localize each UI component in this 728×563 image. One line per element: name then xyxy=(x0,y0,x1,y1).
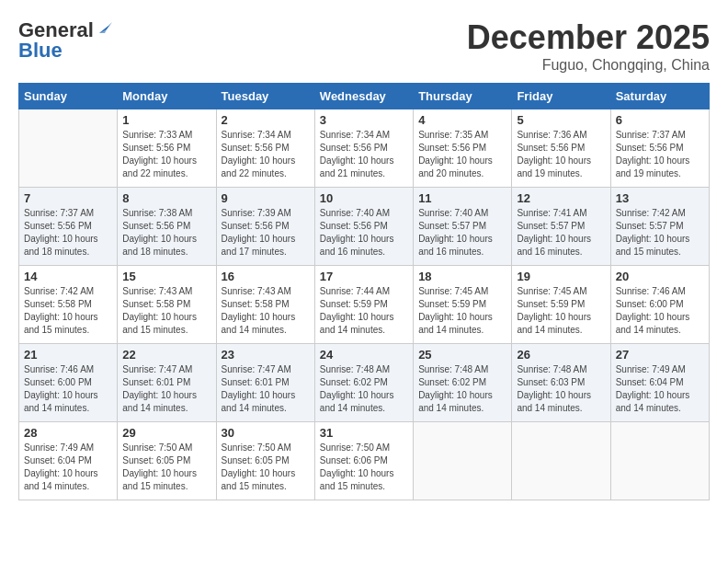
calendar-cell: 7Sunrise: 7:37 AMSunset: 5:56 PMDaylight… xyxy=(19,188,118,266)
day-number: 14 xyxy=(24,270,112,283)
calendar-cell xyxy=(19,109,118,188)
calendar-cell: 2Sunrise: 7:34 AMSunset: 5:56 PMDaylight… xyxy=(216,109,314,188)
calendar-cell: 6Sunrise: 7:37 AMSunset: 5:56 PMDaylight… xyxy=(610,109,709,188)
calendar-cell: 17Sunrise: 7:44 AMSunset: 5:59 PMDayligh… xyxy=(314,266,413,344)
day-header-tuesday: Tuesday xyxy=(216,84,314,109)
day-info: Sunrise: 7:33 AMSunset: 5:56 PMDaylight:… xyxy=(122,129,210,180)
day-info: Sunrise: 7:45 AMSunset: 5:59 PMDaylight:… xyxy=(517,285,605,337)
day-info: Sunrise: 7:34 AMSunset: 5:56 PMDaylight:… xyxy=(320,129,408,180)
calendar-cell: 12Sunrise: 7:41 AMSunset: 5:57 PMDayligh… xyxy=(512,188,610,266)
day-number: 19 xyxy=(517,270,605,283)
calendar-cell: 20Sunrise: 7:46 AMSunset: 6:00 PMDayligh… xyxy=(610,266,709,344)
calendar-cell: 28Sunrise: 7:49 AMSunset: 6:04 PMDayligh… xyxy=(19,422,118,500)
calendar-cell: 25Sunrise: 7:48 AMSunset: 6:02 PMDayligh… xyxy=(414,344,512,422)
svg-marker-0 xyxy=(99,22,112,33)
day-info: Sunrise: 7:37 AMSunset: 5:56 PMDaylight:… xyxy=(24,207,112,259)
calendar-cell xyxy=(414,422,512,500)
day-number: 8 xyxy=(122,191,210,205)
calendar-cell: 27Sunrise: 7:49 AMSunset: 6:04 PMDayligh… xyxy=(610,344,709,422)
day-info: Sunrise: 7:50 AMSunset: 6:05 PMDaylight:… xyxy=(122,442,210,493)
day-number: 1 xyxy=(122,113,210,127)
calendar-cell: 26Sunrise: 7:48 AMSunset: 6:03 PMDayligh… xyxy=(512,344,610,422)
day-number: 28 xyxy=(24,426,112,440)
day-header-friday: Friday xyxy=(512,84,610,109)
day-number: 21 xyxy=(24,348,112,362)
location-subtitle: Fuguo, Chongqing, China xyxy=(467,57,710,74)
day-number: 27 xyxy=(616,348,704,362)
day-number: 11 xyxy=(418,191,506,205)
header-row: SundayMondayTuesdayWednesdayThursdayFrid… xyxy=(19,84,710,109)
day-number: 31 xyxy=(320,426,408,440)
day-info: Sunrise: 7:43 AMSunset: 5:58 PMDaylight:… xyxy=(222,285,310,337)
day-info: Sunrise: 7:49 AMSunset: 6:04 PMDaylight:… xyxy=(24,442,112,493)
day-number: 20 xyxy=(616,270,704,283)
calendar-week-4: 21Sunrise: 7:46 AMSunset: 6:00 PMDayligh… xyxy=(19,344,710,422)
logo-blue-text: Blue xyxy=(18,39,63,63)
day-info: Sunrise: 7:37 AMSunset: 5:56 PMDaylight:… xyxy=(616,129,704,180)
calendar-cell: 18Sunrise: 7:45 AMSunset: 5:59 PMDayligh… xyxy=(414,266,512,344)
day-number: 15 xyxy=(122,270,210,283)
calendar-cell: 21Sunrise: 7:46 AMSunset: 6:00 PMDayligh… xyxy=(19,344,118,422)
day-number: 13 xyxy=(616,191,704,205)
calendar-cell: 29Sunrise: 7:50 AMSunset: 6:05 PMDayligh… xyxy=(118,422,216,500)
month-title: December 2025 xyxy=(467,18,710,57)
day-info: Sunrise: 7:50 AMSunset: 6:05 PMDaylight:… xyxy=(222,442,310,493)
day-number: 26 xyxy=(517,348,605,362)
day-info: Sunrise: 7:42 AMSunset: 5:57 PMDaylight:… xyxy=(616,207,704,259)
calendar-cell: 24Sunrise: 7:48 AMSunset: 6:02 PMDayligh… xyxy=(314,344,413,422)
day-header-monday: Monday xyxy=(118,84,216,109)
logo-bird-icon xyxy=(96,20,112,37)
day-info: Sunrise: 7:41 AMSunset: 5:57 PMDaylight:… xyxy=(517,207,605,259)
calendar-cell: 4Sunrise: 7:35 AMSunset: 5:56 PMDaylight… xyxy=(414,109,512,188)
calendar-week-3: 14Sunrise: 7:42 AMSunset: 5:58 PMDayligh… xyxy=(19,266,710,344)
day-info: Sunrise: 7:39 AMSunset: 5:56 PMDaylight:… xyxy=(222,207,310,259)
day-header-wednesday: Wednesday xyxy=(314,84,413,109)
calendar-cell: 19Sunrise: 7:45 AMSunset: 5:59 PMDayligh… xyxy=(512,266,610,344)
calendar-cell: 30Sunrise: 7:50 AMSunset: 6:05 PMDayligh… xyxy=(216,422,314,500)
calendar-cell: 23Sunrise: 7:47 AMSunset: 6:01 PMDayligh… xyxy=(216,344,314,422)
calendar-cell: 15Sunrise: 7:43 AMSunset: 5:58 PMDayligh… xyxy=(118,266,216,344)
day-info: Sunrise: 7:46 AMSunset: 6:00 PMDaylight:… xyxy=(24,363,112,415)
day-info: Sunrise: 7:50 AMSunset: 6:06 PMDaylight:… xyxy=(320,442,408,493)
calendar-cell: 13Sunrise: 7:42 AMSunset: 5:57 PMDayligh… xyxy=(610,188,709,266)
day-number: 25 xyxy=(418,348,506,362)
calendar-cell: 5Sunrise: 7:36 AMSunset: 5:56 PMDaylight… xyxy=(512,109,610,188)
day-number: 3 xyxy=(320,113,408,127)
day-number: 5 xyxy=(517,113,605,127)
calendar-cell: 9Sunrise: 7:39 AMSunset: 5:56 PMDaylight… xyxy=(216,188,314,266)
day-number: 24 xyxy=(320,348,408,362)
day-number: 29 xyxy=(122,426,210,440)
calendar-cell: 8Sunrise: 7:38 AMSunset: 5:56 PMDaylight… xyxy=(118,188,216,266)
day-number: 7 xyxy=(24,191,112,205)
day-info: Sunrise: 7:34 AMSunset: 5:56 PMDaylight:… xyxy=(222,129,310,180)
day-info: Sunrise: 7:38 AMSunset: 5:56 PMDaylight:… xyxy=(122,207,210,259)
day-number: 22 xyxy=(122,348,210,362)
day-number: 17 xyxy=(320,270,408,283)
day-number: 9 xyxy=(222,191,310,205)
calendar-week-1: 1Sunrise: 7:33 AMSunset: 5:56 PMDaylight… xyxy=(19,109,710,188)
calendar-cell xyxy=(512,422,610,500)
calendar-cell: 31Sunrise: 7:50 AMSunset: 6:06 PMDayligh… xyxy=(314,422,413,500)
day-header-thursday: Thursday xyxy=(414,84,512,109)
page-header: General Blue December 2025 Fuguo, Chongq… xyxy=(18,18,710,74)
calendar-cell: 14Sunrise: 7:42 AMSunset: 5:58 PMDayligh… xyxy=(19,266,118,344)
calendar-week-5: 28Sunrise: 7:49 AMSunset: 6:04 PMDayligh… xyxy=(19,422,710,500)
day-number: 4 xyxy=(418,113,506,127)
calendar-cell: 22Sunrise: 7:47 AMSunset: 6:01 PMDayligh… xyxy=(118,344,216,422)
day-info: Sunrise: 7:40 AMSunset: 5:57 PMDaylight:… xyxy=(418,207,506,259)
day-header-saturday: Saturday xyxy=(610,84,709,109)
day-info: Sunrise: 7:35 AMSunset: 5:56 PMDaylight:… xyxy=(418,129,506,180)
title-section: December 2025 Fuguo, Chongqing, China xyxy=(467,18,710,74)
day-number: 16 xyxy=(222,270,310,283)
day-info: Sunrise: 7:44 AMSunset: 5:59 PMDaylight:… xyxy=(320,285,408,337)
calendar-week-2: 7Sunrise: 7:37 AMSunset: 5:56 PMDaylight… xyxy=(19,188,710,266)
day-number: 12 xyxy=(517,191,605,205)
calendar-cell: 10Sunrise: 7:40 AMSunset: 5:56 PMDayligh… xyxy=(314,188,413,266)
day-info: Sunrise: 7:40 AMSunset: 5:56 PMDaylight:… xyxy=(320,207,408,259)
calendar-cell: 3Sunrise: 7:34 AMSunset: 5:56 PMDaylight… xyxy=(314,109,413,188)
calendar-table: SundayMondayTuesdayWednesdayThursdayFrid… xyxy=(18,83,710,500)
day-number: 30 xyxy=(222,426,310,440)
day-number: 18 xyxy=(418,270,506,283)
day-info: Sunrise: 7:45 AMSunset: 5:59 PMDaylight:… xyxy=(418,285,506,337)
calendar-cell: 11Sunrise: 7:40 AMSunset: 5:57 PMDayligh… xyxy=(414,188,512,266)
